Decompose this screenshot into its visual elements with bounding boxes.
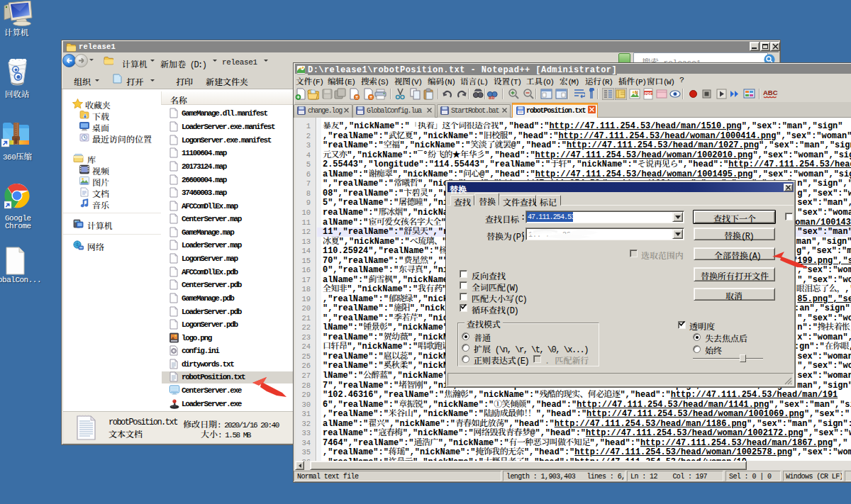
svg-text:PDF: PDF <box>645 91 652 96</box>
svg-text:N: N <box>635 89 638 96</box>
svg-text:ABC: ABC <box>763 89 778 96</box>
svg-text:ab: ab <box>489 95 494 100</box>
